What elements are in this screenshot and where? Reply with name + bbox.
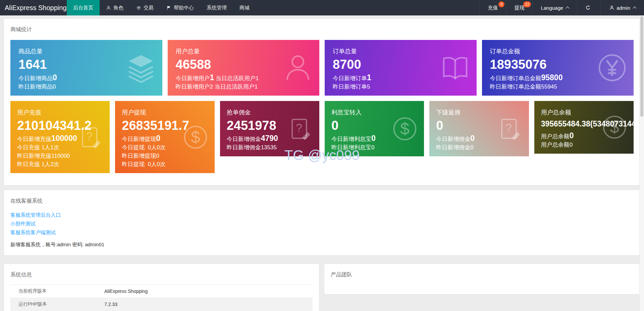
recharge-label: 充值 bbox=[488, 5, 498, 11]
svg-text:?: ? bbox=[86, 129, 93, 142]
user-icon bbox=[106, 5, 111, 10]
stat-card-line: 昨日新增利息宝0 bbox=[331, 143, 417, 152]
stat-card-title: 用户充值 bbox=[17, 108, 103, 116]
nav-item-label: 后台首页 bbox=[73, 5, 93, 11]
nav-item-label: 商城 bbox=[239, 5, 250, 11]
stat-card: 下级返佣0今日新增佣金0昨日新增佣金0? bbox=[429, 101, 529, 157]
dollar-icon: $ bbox=[182, 123, 209, 151]
scales-icon bbox=[136, 5, 141, 10]
stat-card-line: 用户总余额0 bbox=[541, 141, 627, 149]
nav-item-mall[interactable]: 商城 bbox=[233, 0, 256, 15]
nav-item-home[interactable]: 后台首页 bbox=[67, 0, 100, 15]
scrollbar-thumb[interactable] bbox=[640, 16, 643, 117]
mall-statistics-title: 商城统计 bbox=[10, 26, 634, 33]
service-links: 客服系统管理后台入口小部件测试客服系统客户端测试 bbox=[10, 211, 634, 237]
system-info-table-body: 当前程序版本AliExpress Shopping运行PHP版本7.2.33Th… bbox=[10, 285, 313, 311]
book-icon bbox=[439, 52, 471, 84]
refresh-button[interactable] bbox=[577, 0, 601, 15]
stat-card-line: 昨日新增提现0 bbox=[122, 152, 208, 160]
stat-row-1: 商品总量1641今日新增商品0昨日新增商品0用户总量46588今日新增用户1 当… bbox=[10, 40, 634, 96]
nav-item-trade[interactable]: 交易 bbox=[130, 0, 160, 15]
nav-item-system[interactable]: 系统管理 bbox=[200, 0, 233, 15]
product-team-panel: 产品团队 bbox=[324, 264, 640, 294]
nav-item-label: 角色 bbox=[113, 5, 123, 11]
table-row-value: AliExpress Shopping bbox=[104, 285, 313, 298]
nav-right: 充值 0 提现 22 Language admin bbox=[479, 0, 644, 15]
stat-card: 订单总量8700今日新增订单1昨日新增订单5 bbox=[325, 40, 477, 96]
system-info-title: 系统信息 bbox=[10, 271, 313, 278]
service-note: 新增客服系统，账号:admin 密码: admin01 bbox=[10, 242, 634, 248]
svg-text:$: $ bbox=[191, 128, 200, 146]
stat-card-line: 昨日新增佣金13535 bbox=[227, 143, 313, 152]
stat-card-line: 昨日充值 1人2次 bbox=[17, 160, 103, 168]
admin-label: admin bbox=[616, 5, 630, 11]
recharge-badge: 0 bbox=[498, 1, 504, 7]
scrollbar[interactable] bbox=[639, 15, 644, 311]
table-row-label: 当前程序版本 bbox=[10, 285, 104, 298]
chevron-up-icon bbox=[566, 6, 569, 10]
language-dropdown[interactable]: Language bbox=[532, 0, 577, 15]
stat-card-title: 用户提现 bbox=[122, 108, 208, 116]
stat-card: 用户总量46588今日新增用户1 当日总活跃用户1昨日新增用户2 当日总活跃用户… bbox=[168, 40, 320, 96]
file-question-icon: ? bbox=[77, 123, 104, 151]
service-link[interactable]: 小部件测试 bbox=[10, 219, 36, 228]
online-service-title: 在线客服系统 bbox=[10, 198, 634, 205]
nav-menu: 后台首页角色交易帮助中心系统管理商城 bbox=[67, 0, 256, 15]
yen-icon bbox=[596, 52, 628, 84]
withdraw-label: 提现 bbox=[514, 5, 524, 11]
stat-card: 用户充值210104341.2今日新增充值100000今日充值 1人1次昨日新增… bbox=[10, 101, 110, 173]
table-row: 运行PHP版本7.2.33 bbox=[10, 298, 313, 311]
stat-card: 订单总金额18935076今日新增订单总金额95800昨日新增订单总金额5594… bbox=[482, 40, 634, 96]
flag-icon bbox=[166, 5, 171, 10]
stat-card-line: 昨日新增充值110000 bbox=[17, 152, 103, 160]
service-link[interactable]: 客服系统管理后台入口 bbox=[10, 211, 61, 219]
nav-item-label: 帮助中心 bbox=[174, 5, 194, 11]
product-team-title: 产品团队 bbox=[331, 271, 634, 278]
system-info-panel: 系统信息 当前程序版本AliExpress Shopping运行PHP版本7.2… bbox=[4, 264, 319, 311]
nav-item-label: 交易 bbox=[144, 5, 154, 11]
app-title: AliExpress Shopping... bbox=[0, 0, 67, 15]
service-link[interactable]: 客服系统客户端测试 bbox=[10, 228, 56, 237]
stat-card: 利息宝转入0今日新增利息宝0昨日新增利息宝0$ bbox=[325, 101, 424, 157]
chevron-up-icon bbox=[633, 6, 636, 10]
svg-text:$: $ bbox=[610, 118, 619, 136]
language-label: Language bbox=[541, 5, 563, 11]
svg-text:?: ? bbox=[296, 121, 302, 134]
admin-dropdown[interactable]: admin bbox=[601, 0, 644, 15]
navbar: AliExpress Shopping... 后台首页角色交易帮助中心系统管理商… bbox=[0, 0, 644, 15]
recharge-nav-item[interactable]: 充值 0 bbox=[479, 0, 506, 15]
stat-card-line: 昨日提现 0人0次 bbox=[122, 160, 208, 168]
table-row-label: 运行PHP版本 bbox=[10, 298, 104, 311]
withdraw-badge: 22 bbox=[523, 1, 531, 7]
stat-card: 用户提现26835191.7今日新增提现0今日提现 0人0次昨日新增提现0昨日提… bbox=[115, 101, 214, 173]
dollar-icon: $ bbox=[391, 115, 419, 143]
stat-row-2: 用户充值210104341.2今日新增充值100000今日充值 1人1次昨日新增… bbox=[10, 101, 634, 173]
stat-card: 抢单佣金2451978今日新增佣金4790昨日新增佣金13535? bbox=[220, 101, 319, 157]
svg-text:?: ? bbox=[505, 121, 512, 134]
person-icon bbox=[282, 52, 314, 84]
dollar-icon: $ bbox=[601, 113, 628, 141]
nav-item-help[interactable]: 帮助中心 bbox=[160, 0, 200, 15]
mall-statistics-panel: 商城统计 商品总量1641今日新增商品0昨日新增商品0用户总量46588今日新增… bbox=[4, 19, 640, 185]
stat-card-line: 昨日新增佣金0 bbox=[436, 143, 522, 152]
table-row-value: 7.2.33 bbox=[104, 298, 313, 311]
nav-item-label: 系统管理 bbox=[207, 5, 227, 11]
user-icon bbox=[609, 5, 614, 10]
file-question-icon: ? bbox=[496, 115, 524, 143]
online-service-panel: 在线客服系统 客服系统管理后台入口小部件测试客服系统客户端测试 新增客服系统，账… bbox=[4, 190, 640, 255]
system-info-table: 当前程序版本AliExpress Shopping运行PHP版本7.2.33Th… bbox=[10, 284, 313, 311]
stat-card: 用户总余额395655484.38(53480731447)用户总余额0用户总余… bbox=[534, 101, 634, 154]
file-question-icon: ? bbox=[286, 115, 314, 143]
refresh-icon bbox=[585, 5, 591, 10]
nav-item-roles[interactable]: 角色 bbox=[100, 0, 130, 15]
svg-text:$: $ bbox=[400, 119, 410, 138]
stat-card: 商品总量1641今日新增商品0昨日新增商品0 bbox=[10, 40, 162, 96]
table-row: 当前程序版本AliExpress Shopping bbox=[10, 285, 313, 298]
withdraw-nav-item[interactable]: 提现 22 bbox=[506, 0, 532, 15]
layers-icon bbox=[125, 52, 157, 84]
